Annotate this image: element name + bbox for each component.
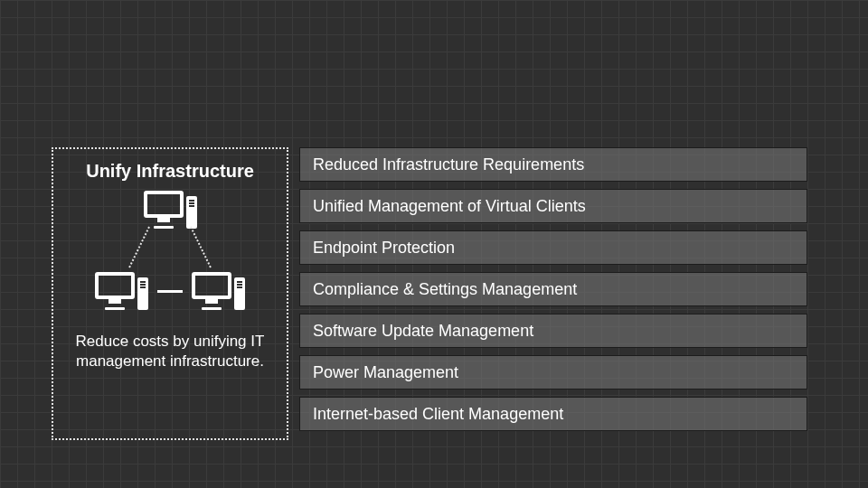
monitor-icon <box>192 272 231 299</box>
feature-item: Compliance & Settings Management <box>299 272 807 306</box>
content-panel: Unify Infrastructure <box>52 147 807 440</box>
left-subtitle: Reduce costs by unifying IT management i… <box>66 332 274 371</box>
diagram-connectors <box>107 229 233 268</box>
computer-icon <box>144 191 197 229</box>
computer-icon <box>192 272 245 310</box>
diagram-top-node <box>144 191 197 229</box>
feature-item: Internet-based Client Management <box>299 397 807 431</box>
tower-icon <box>137 277 148 310</box>
left-column: Unify Infrastructure <box>52 147 288 440</box>
tower-icon <box>186 196 197 229</box>
feature-item: Reduced Infrastructure Requirements <box>299 147 807 182</box>
monitor-icon <box>95 272 135 299</box>
feature-list: Reduced Infrastructure Requirements Unif… <box>288 147 807 440</box>
feature-item: Endpoint Protection <box>299 230 807 265</box>
feature-item: Software Update Management <box>299 314 807 348</box>
feature-item: Unified Management of Virtual Clients <box>299 189 807 223</box>
link-line-icon <box>157 290 183 293</box>
diagram-bottom-row <box>95 272 245 310</box>
tower-icon <box>234 277 245 310</box>
monitor-icon <box>144 191 184 218</box>
computer-icon <box>95 272 148 310</box>
feature-item: Power Management <box>299 355 807 389</box>
infrastructure-diagram <box>66 191 274 310</box>
left-title: Unify Infrastructure <box>86 160 254 182</box>
